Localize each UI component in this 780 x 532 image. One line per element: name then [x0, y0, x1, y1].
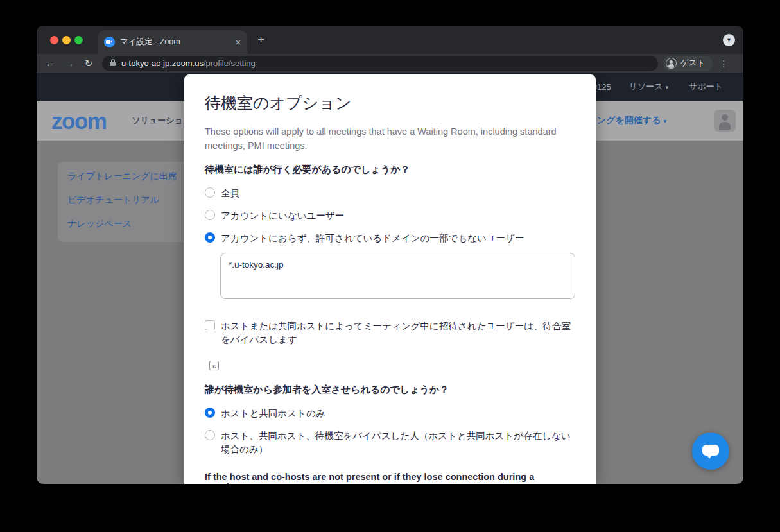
- waiting-room-options-dialog: 待機室のオプション These options will apply to al…: [184, 74, 596, 484]
- radio-users-not-in-account[interactable]: アカウントにいないユーザー: [205, 209, 575, 223]
- url-text: u-tokyo-ac-jp.zoom.us/profile/setting: [121, 58, 256, 68]
- tab-search-button[interactable]: ▼: [723, 34, 735, 46]
- question-host-not-present: If the host and co-hosts are not present…: [205, 472, 575, 484]
- chat-bubble-tail: [707, 455, 712, 459]
- zoom-logo[interactable]: zoom: [51, 110, 106, 132]
- tab-close-icon[interactable]: ×: [236, 37, 241, 47]
- page-content: 88.799.0125 リソース▾ サポート zoom ソリューション ミーティ…: [37, 73, 743, 484]
- resources-menu[interactable]: リソース▾: [629, 81, 668, 92]
- window-zoom-button[interactable]: [74, 36, 83, 44]
- forward-icon[interactable]: →: [60, 58, 79, 69]
- radio-icon[interactable]: [205, 430, 215, 440]
- chevron-down-icon: ▾: [666, 84, 669, 90]
- dialog-title: 待機室のオプション: [205, 92, 575, 114]
- radio-label: アカウントにおらず、許可されているドメインの一部でもないユーザー: [221, 232, 571, 245]
- window-minimize-button[interactable]: [62, 36, 71, 44]
- url-path: /profile/setting: [204, 58, 256, 68]
- zoom-favicon-icon: [104, 37, 115, 47]
- guest-label: ゲスト: [680, 58, 705, 69]
- support-link[interactable]: サポート: [689, 81, 723, 92]
- checkbox-label: ホストまたは共同ホストによってミーティング中に招待されたユーザーは、待合室をバイ…: [221, 320, 571, 347]
- nav-solutions[interactable]: ソリューション: [132, 115, 191, 126]
- sidebar-link-live-training[interactable]: ライブトレーニングに出席: [67, 171, 177, 182]
- browser-window: マイ設定 - Zoom × + ▼ ← → ↻ u-tokyo-ac-jp.zo…: [37, 26, 743, 484]
- radio-icon[interactable]: [205, 232, 215, 243]
- browser-tab[interactable]: マイ設定 - Zoom ×: [98, 30, 247, 54]
- lock-icon: [110, 62, 116, 67]
- radio-icon[interactable]: [205, 408, 215, 418]
- screen: マイ設定 - Zoom × + ▼ ← → ↻ u-tokyo-ac-jp.zo…: [0, 0, 780, 532]
- reload-icon[interactable]: ↻: [79, 58, 98, 69]
- radio-label: アカウントにいないユーザー: [221, 209, 571, 223]
- back-icon[interactable]: ←: [40, 58, 60, 69]
- url-host: u-tokyo-ac-jp.zoom.us: [121, 58, 204, 68]
- new-tab-button[interactable]: +: [257, 33, 264, 46]
- guest-avatar-icon: [666, 58, 677, 69]
- profile-button[interactable]: ゲスト: [663, 56, 713, 71]
- browser-toolbar: ← → ↻ u-tokyo-ac-jp.zoom.us/profile/sett…: [37, 54, 743, 73]
- browser-titlebar: マイ設定 - Zoom × + ▼: [37, 26, 743, 54]
- radio-host-cohosts-only[interactable]: ホストと共同ホストのみ: [205, 407, 575, 420]
- checkbox-bypass-invited-users[interactable]: ホストまたは共同ホストによってミーティング中に招待されたユーザーは、待合室をバイ…: [205, 320, 575, 347]
- radio-label: ホストと共同ホストのみ: [221, 407, 571, 420]
- chat-widget-button[interactable]: [692, 433, 729, 470]
- address-bar[interactable]: u-tokyo-ac-jp.zoom.us/profile/setting: [102, 56, 658, 71]
- browser-menu-icon[interactable]: ⋮: [719, 58, 728, 69]
- sidebar-link-video-tutorials[interactable]: ビデオチュートリアル: [67, 194, 159, 206]
- radio-host-cohosts-bypassers[interactable]: ホスト、共同ホスト、待機室をバイパスした人（ホストと共同ホストが存在しない場合の…: [205, 429, 575, 456]
- sidebar-link-knowledge-base[interactable]: ナレッジベース: [67, 218, 132, 230]
- radio-icon[interactable]: [205, 210, 215, 220]
- chevron-down-icon: ▾: [663, 118, 666, 124]
- dialog-description: These options will apply to all meetings…: [205, 124, 559, 153]
- window-close-button[interactable]: [50, 36, 58, 44]
- user-avatar[interactable]: [714, 110, 736, 132]
- radio-everyone[interactable]: 全員: [205, 187, 575, 200]
- tab-title: マイ設定 - Zoom: [120, 37, 232, 47]
- question-who-can-admit: 誰が待機室から参加者を入室させられるのでしょうか？: [205, 384, 575, 396]
- chat-bubble-icon: [702, 445, 719, 456]
- question-who-goes-to-waiting-room: 待機室には誰が行く必要があるのでしょうか？: [205, 164, 575, 176]
- radio-label: 全員: [221, 187, 571, 200]
- checkbox-icon[interactable]: [205, 320, 215, 330]
- radio-users-not-in-allowed-domains[interactable]: アカウントにおらず、許可されているドメインの一部でもないユーザー: [205, 232, 575, 245]
- allowed-domains-input[interactable]: *.u-tokyo.ac.jp: [220, 253, 575, 299]
- stray-glyph-badge: v.: [209, 361, 219, 370]
- radio-icon[interactable]: [205, 187, 215, 198]
- radio-label: ホスト、共同ホスト、待機室をバイパスした人（ホストと共同ホストが存在しない場合の…: [221, 429, 571, 456]
